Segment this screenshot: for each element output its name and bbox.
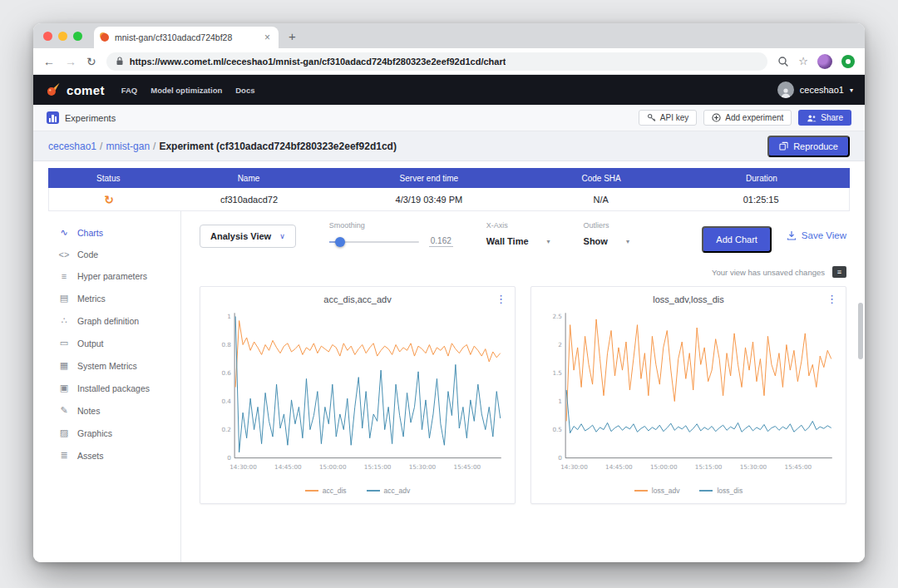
breadcrumb: ceceshao1/mnist-gan/Experiment (cf310ada… xyxy=(48,141,397,152)
address-bar-input[interactable]: https://www.comet.ml/ceceshao1/mnist-gan… xyxy=(106,52,768,71)
back-icon[interactable]: ← xyxy=(43,56,55,67)
sidebar-item-code[interactable]: <> Code xyxy=(33,244,180,265)
sidebar-item-assets[interactable]: ≣ Assets xyxy=(33,444,180,467)
browser-tab-bar: mnist-gan/cf310adacd724bf28 × + xyxy=(33,23,865,48)
outliers-dropdown[interactable]: Show ▾ xyxy=(584,236,629,246)
loss-line-chart[interactable]: 00.511.522.514:30:0014:45:0015:00:0015:1… xyxy=(540,306,837,484)
chevron-down-icon: ∨ xyxy=(279,232,285,240)
share-button[interactable]: Share xyxy=(798,110,851,126)
svg-text:15:45:00: 15:45:00 xyxy=(785,463,812,471)
col-server-end-time: Server end time xyxy=(328,174,529,183)
api-key-button[interactable]: API key xyxy=(639,110,697,126)
sidebar-item-graph-definition[interactable]: ∴ Graph definition xyxy=(33,309,180,332)
reproduce-button[interactable]: Reproduce xyxy=(767,136,850,157)
svg-text:0.2: 0.2 xyxy=(221,426,231,433)
sidebar-item-label: Charts xyxy=(77,228,103,238)
smoothing-slider[interactable] xyxy=(329,241,419,243)
reload-icon[interactable]: ↻ xyxy=(86,56,96,67)
accuracy-line-chart[interactable]: 00.20.40.60.8114:30:0014:45:0015:00:0015… xyxy=(209,306,506,484)
sidebar-item-installed-packages[interactable]: ▣ Installed packages xyxy=(33,377,180,399)
sidebar-item-label: Code xyxy=(77,250,98,259)
chart-options-kebab-icon[interactable]: ⋮ xyxy=(826,293,837,305)
close-window-button[interactable] xyxy=(43,32,52,41)
add-experiment-button[interactable]: Add experiment xyxy=(703,110,792,126)
content-area: ∿ Charts <> Code ≡ Hyper parameters ▤ Me… xyxy=(33,211,865,562)
output-icon: ▭ xyxy=(58,338,70,348)
sidebar-item-graphics[interactable]: ▨ Graphics xyxy=(33,422,180,444)
sidebar-item-metrics[interactable]: ▤ Metrics xyxy=(33,287,180,309)
forward-icon[interactable]: → xyxy=(65,56,76,67)
zoom-window-button[interactable] xyxy=(73,32,82,41)
slider-thumb[interactable] xyxy=(335,237,345,247)
share-people-icon xyxy=(807,114,817,122)
scrollbar-thumb[interactable] xyxy=(858,303,863,359)
sidebar-item-output[interactable]: ▭ Output xyxy=(33,332,180,354)
chart-legend: acc_disacc_adv xyxy=(209,484,506,500)
col-status: Status xyxy=(48,174,169,183)
user-menu[interactable]: ceceshao1 ▾ xyxy=(777,82,853,98)
breadcrumb-separator: / xyxy=(153,141,155,152)
svg-text:2: 2 xyxy=(558,341,562,348)
code-icon: <> xyxy=(58,250,70,259)
svg-text:1.5: 1.5 xyxy=(552,369,562,377)
reproduce-label: Reproduce xyxy=(793,141,838,151)
save-view-button[interactable]: Save View xyxy=(787,230,846,240)
packages-icon: ▣ xyxy=(58,383,70,393)
breadcrumb-user-link[interactable]: ceceshao1 xyxy=(48,141,96,152)
comet-logo[interactable]: comet xyxy=(45,82,105,98)
legend-swatch xyxy=(634,490,648,492)
add-chart-button[interactable]: Add Chart xyxy=(702,226,772,253)
table-row[interactable]: ↻ cf310adacd72 4/3/19 03:49 PM N/A 01:25… xyxy=(48,188,850,211)
download-icon xyxy=(787,230,797,240)
chart-options-kebab-icon[interactable]: ⋮ xyxy=(496,293,506,305)
tab-close-icon[interactable]: × xyxy=(263,32,272,43)
bookmark-star-icon[interactable]: ☆ xyxy=(798,56,808,67)
chart-grid: acc_dis,acc_adv ⋮ 00.20.40.60.8114:30:00… xyxy=(200,286,846,504)
extension-icon[interactable] xyxy=(841,55,855,68)
analysis-view-label: Analysis View xyxy=(210,231,271,241)
sidebar-item-label: Output xyxy=(77,338,104,348)
outliers-control: Outliers Show ▾ xyxy=(584,221,629,246)
breadcrumb-project-link[interactable]: mnist-gan xyxy=(106,141,150,152)
svg-text:14:45:00: 14:45:00 xyxy=(274,463,302,471)
sidebar-item-label: Notes xyxy=(77,406,100,416)
minimize-window-button[interactable] xyxy=(58,32,67,41)
browser-profile-avatar[interactable] xyxy=(817,54,832,69)
experiments-toolbar: Experiments API key Add experiment Share xyxy=(33,105,865,131)
sidebar: ∿ Charts <> Code ≡ Hyper parameters ▤ Me… xyxy=(33,211,181,562)
smoothing-label: Smoothing xyxy=(329,221,453,230)
table-header-row: Status Name Server end time Code SHA Dur… xyxy=(48,168,850,188)
chart-title: loss_adv,loss_dis xyxy=(540,294,837,304)
brand-name: comet xyxy=(67,83,105,97)
chart-legend: loss_advloss_dis xyxy=(540,484,837,500)
share-label: Share xyxy=(821,113,843,122)
xaxis-label: X-Axis xyxy=(486,221,550,230)
comet-logo-icon xyxy=(45,82,62,98)
sidebar-item-charts[interactable]: ∿ Charts xyxy=(33,221,180,244)
caret-down-icon: ▾ xyxy=(547,238,550,245)
api-key-label: API key xyxy=(660,113,688,122)
browser-tab[interactable]: mnist-gan/cf310adacd724bf28 × xyxy=(94,27,279,48)
nav-model-optimization[interactable]: Model optimization xyxy=(150,86,222,95)
experiment-title: Experiment (cf310adacd724bf280323e2eef92… xyxy=(159,141,397,152)
zoom-search-icon[interactable] xyxy=(777,56,789,67)
tab-experiments[interactable]: Experiments xyxy=(47,111,116,124)
legend-item[interactable]: loss_adv xyxy=(634,487,680,495)
legend-swatch xyxy=(367,490,380,492)
xaxis-control: X-Axis Wall Time ▾ xyxy=(486,221,550,246)
nav-docs[interactable]: Docs xyxy=(235,86,254,95)
xaxis-dropdown[interactable]: Wall Time ▾ xyxy=(486,236,550,246)
svg-text:15:30:00: 15:30:00 xyxy=(409,463,437,471)
charts-icon: ∿ xyxy=(58,227,70,238)
view-menu-icon[interactable]: ≡ xyxy=(832,266,846,278)
analysis-view-dropdown[interactable]: Analysis View ∨ xyxy=(200,225,296,248)
legend-item[interactable]: acc_dis xyxy=(305,487,347,495)
sidebar-item-notes[interactable]: ✎ Notes xyxy=(33,399,180,422)
tab-title: mnist-gan/cf310adacd724bf28 xyxy=(115,32,257,42)
nav-faq[interactable]: FAQ xyxy=(121,86,138,95)
sidebar-item-system-metrics[interactable]: ▦ System Metrics xyxy=(33,354,180,377)
legend-item[interactable]: loss_dis xyxy=(699,487,743,495)
new-tab-button[interactable]: + xyxy=(279,29,306,43)
sidebar-item-hyper-parameters[interactable]: ≡ Hyper parameters xyxy=(33,265,180,287)
legend-item[interactable]: acc_adv xyxy=(367,487,411,495)
